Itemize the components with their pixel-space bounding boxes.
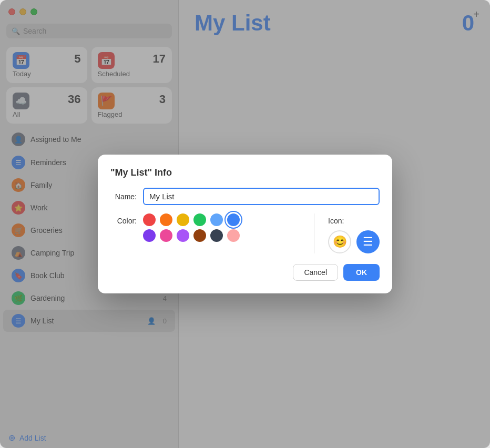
color-purple[interactable]: [143, 229, 156, 242]
color-label: Color:: [110, 213, 137, 225]
modal-overlay: "My List" Info Name: Color:: [0, 0, 490, 448]
color-green[interactable]: [193, 213, 206, 226]
color-dark-gray[interactable]: [210, 229, 223, 242]
modal-divider: [314, 213, 314, 253]
modal-title: "My List" Info: [110, 167, 380, 178]
color-row-1: [143, 213, 240, 226]
name-input[interactable]: [143, 188, 380, 205]
cancel-button[interactable]: Cancel: [293, 264, 338, 281]
modal-footer: Cancel OK: [110, 264, 380, 281]
color-rose[interactable]: [227, 229, 240, 242]
color-pink[interactable]: [160, 229, 172, 242]
icon-list[interactable]: ☰: [356, 230, 380, 253]
color-icon-row: Color:: [110, 213, 380, 253]
color-row-2: [143, 229, 240, 242]
color-brown[interactable]: [193, 229, 206, 242]
color-yellow[interactable]: [177, 213, 189, 226]
ok-button[interactable]: OK: [343, 264, 380, 281]
color-section: Color:: [110, 213, 309, 242]
app-window: 🔍 Search 📅 5 Today 📅 17 Scheduled: [0, 0, 490, 448]
color-blue[interactable]: [227, 213, 240, 226]
color-grid: [143, 213, 240, 242]
color-light-blue[interactable]: [210, 213, 223, 226]
color-orange[interactable]: [160, 213, 172, 226]
icon-section: Icon: 😊 ☰: [320, 213, 380, 253]
name-row: Name:: [110, 188, 380, 205]
icon-row: 😊 ☰: [328, 230, 380, 253]
icon-emoji[interactable]: 😊: [328, 230, 351, 253]
color-red[interactable]: [143, 213, 156, 226]
name-label: Name:: [110, 192, 137, 201]
color-light-purple[interactable]: [177, 229, 189, 242]
modal-dialog: "My List" Info Name: Color:: [98, 155, 392, 293]
icon-label: Icon:: [328, 217, 344, 225]
